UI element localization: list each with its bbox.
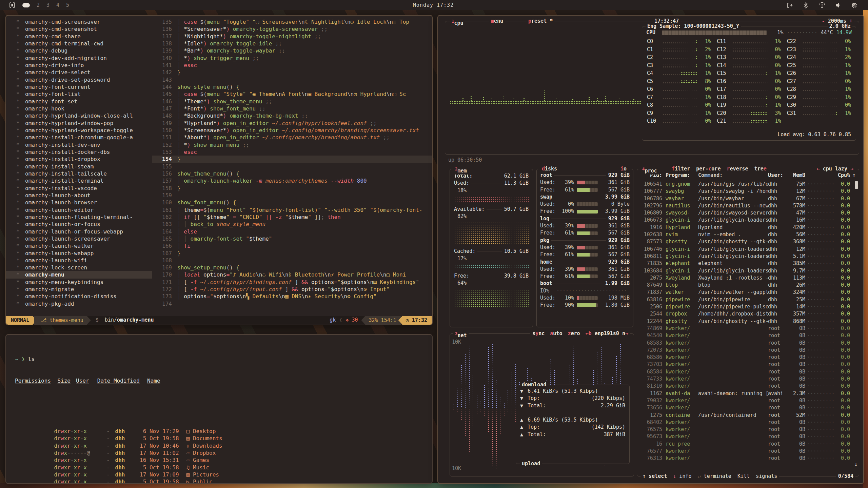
cpu-panel-title[interactable]: 1cpu xyxy=(450,18,465,27)
process-row[interactable]: 106777 swaybg /usr/bin/swaybg -i /hom dh… xyxy=(640,188,855,195)
file-list-item[interactable]: * omarchy-dev-add-migration xyxy=(6,55,152,62)
file-list-item[interactable]: * omarchy-launch-walker xyxy=(6,242,152,249)
file-list-item[interactable]: * omarchy-drive-info xyxy=(6,62,152,69)
net-button[interactable]: ←b enp191s0 n→ xyxy=(586,330,628,337)
process-row[interactable]: 76577 kworker/ root 0B ········· 0.0 xyxy=(640,448,855,455)
file-list-item[interactable]: * omarchy-launch-screensaver xyxy=(6,235,152,242)
file-list-item[interactable]: * omarchy-lock-screen xyxy=(6,264,152,271)
code-line[interactable]: 171 │ [ -f ~/.config/hypr/bindings.conf … xyxy=(152,279,432,286)
file-list-item[interactable]: * omarchy-install-dropbox xyxy=(6,156,152,163)
file-list-item[interactable]: * omarchy-font-set xyxy=(6,98,152,105)
process-row[interactable]: 2544 dropbox /home/dhh/.dropbox-dist dhh… xyxy=(640,310,855,318)
code-line[interactable]: 161 │ theme=$(menu "Font" "$(omarchy-fon… xyxy=(152,206,432,214)
file-list-item[interactable]: * omarchy-hyprland-workspace-toggle xyxy=(6,127,152,134)
process-row[interactable]: 102796 nautilus /usr/bin/nautilus --new … xyxy=(640,202,855,209)
process-row[interactable]: 103684 glycin-i /usr/lib/glycin-loaders … xyxy=(640,267,855,274)
file-list-item[interactable]: * omarchy-pkg-add xyxy=(6,300,152,307)
code-line[interactable]: 157 │ omarchy-launch-walker -m menus:oma… xyxy=(152,177,432,184)
code-line[interactable]: 159 xyxy=(152,192,432,199)
process-row[interactable]: 81310 kworker/ root 0B ········· 0.0 xyxy=(640,383,855,390)
process-row[interactable]: 106746 glycin-i /usr/lib/glycin-loaders … xyxy=(640,246,855,253)
code-line[interactable]: 136 │ *Screensaver*) omarchy-toggle-scre… xyxy=(152,25,432,33)
code-line[interactable]: 151 │ *About*) open_in_editor ~/.config/… xyxy=(152,134,432,141)
screencast-icon[interactable] xyxy=(786,2,793,9)
code-line[interactable]: 174 xyxy=(152,300,432,307)
process-row[interactable]: 106809 swayosd- /usr/bin/swayosd-server … xyxy=(640,209,855,217)
file-list-item[interactable]: * omarchy-menu xyxy=(6,271,152,278)
file-list-item[interactable]: * omarchy-launch-webapp xyxy=(6,250,152,257)
file-list-item[interactable]: * omarchy-drive-select xyxy=(6,69,152,76)
code-line[interactable]: 149 │ *Hyprland*) open_in_editor ~/.conf… xyxy=(152,120,432,127)
file-list-item[interactable]: * omarchy-migrate xyxy=(6,286,152,293)
code-editor[interactable]: 135 │ case $(menu "Toggle" "▢ Screensave… xyxy=(152,16,432,316)
file-list-item[interactable]: * omarchy-install-dev-env xyxy=(6,141,152,148)
code-line[interactable]: 135 │ case $(menu "Toggle" "▢ Screensave… xyxy=(152,18,432,25)
code-line[interactable]: 139 │ *Bar*) omarchy-toggle-waybar ;; xyxy=(152,47,432,54)
process-row[interactable]: 1275 containe /usr/bin/containerd root 5… xyxy=(640,412,855,419)
editor-window[interactable]: * omarchy-cmd-screensaver * omarchy-cmd-… xyxy=(5,15,433,325)
file-list-item[interactable]: * omarchy-launch-wifi xyxy=(6,257,152,264)
file-list-item[interactable]: * omarchy-debug xyxy=(6,47,152,54)
file-list-item[interactable]: * omarchy-install-vscode xyxy=(6,185,152,192)
net-button[interactable]: auto xyxy=(550,330,562,337)
process-panel-title[interactable]: 4proc xyxy=(640,165,659,175)
proc-scrollbar[interactable] xyxy=(855,181,858,189)
code-line[interactable]: 162 │ if [[ "$theme" = "CNCLD" || -z "$t… xyxy=(152,214,432,221)
workspace-2[interactable]: 2 xyxy=(37,2,40,8)
volume-icon[interactable] xyxy=(835,2,842,9)
workspace-5[interactable]: 5 xyxy=(66,2,69,8)
net-button[interactable]: zero xyxy=(568,330,580,337)
workspace-3[interactable]: 3 xyxy=(46,2,50,8)
workspace-active[interactable] xyxy=(22,3,30,7)
code-line[interactable]: 165 │ │ omarchy-font-set "$theme" xyxy=(152,235,432,242)
code-line[interactable]: 155 xyxy=(152,163,432,170)
proc-sort-nav[interactable]: ← cpu lazy → xyxy=(815,165,855,172)
memory-panel-title[interactable]: 2mem xyxy=(453,165,469,175)
process-row[interactable]: 2075 Xwayland Xwayland :1 -rootless - dh… xyxy=(640,274,855,282)
process-row[interactable]: 63816 pipewire /usr/bin/pipewire dhh 25M… xyxy=(640,296,855,303)
process-row[interactable]: 106786 waybar /usr/bin/waybar dhh 67M ··… xyxy=(640,195,855,202)
process-row[interactable]: 106541 org.gnom /usr/bin/gjs /usr/lib/o … xyxy=(640,181,855,188)
process-row[interactable]: 106673 glycin-i /usr/lib/glycin-loaders … xyxy=(640,217,855,224)
code-line[interactable]: 140 │ *) show_trigger_menu ;; xyxy=(152,55,432,62)
process-row[interactable]: 71835 elephant elephant dhh 385M ·······… xyxy=(640,260,855,267)
file-list-item[interactable]: * omarchy-launch-floating-terminal- xyxy=(6,214,152,221)
code-line[interactable]: 137 │ *Nightlight*) omarchy-toggle-night… xyxy=(152,33,432,40)
file-list-item[interactable]: * omarchy-cmd-screenshot xyxy=(6,25,152,33)
code-line[interactable]: 138 │ *Idle*) omarchy-toggle-idle ;; xyxy=(152,40,432,47)
bluetooth-icon[interactable] xyxy=(802,2,809,9)
process-row[interactable]: 102638 nvim nvim --embed . dhh 56M ·····… xyxy=(640,231,855,238)
code-line[interactable]: 158 } xyxy=(152,185,432,192)
process-row[interactable]: 16 rcu_pree root 0B ········· 0.0 xyxy=(640,441,855,448)
file-list-item[interactable]: * omarchy-hyprland-window-pop xyxy=(6,120,152,127)
process-row[interactable]: 12244 ghostty /usr/bin/ghostty --gtk- dh… xyxy=(640,318,855,325)
code-line[interactable]: 143 xyxy=(152,76,432,83)
code-line[interactable]: 170 │ local options="♪ Audio\n◌ Wifi\nᛒ … xyxy=(152,271,432,278)
file-list-item[interactable]: * omarchy-hyprland-window-close-all xyxy=(6,112,152,119)
file-list-item[interactable]: * omarchy-notification-dismiss xyxy=(6,293,152,300)
file-list-item[interactable]: * omarchy-launch-about xyxy=(6,192,152,199)
code-line[interactable]: 164 │ else xyxy=(152,228,432,235)
proc-tab[interactable]: per-core xyxy=(696,165,721,172)
code-line[interactable]: 147 │ *Font*) show_font_menu ;; xyxy=(152,105,432,112)
process-row[interactable]: 87573 ghostty /usr/bin/ghostty --gtk- dh… xyxy=(640,238,855,245)
code-line[interactable]: 145 │ case $(menu "Style" "◉ Theme\nA Fo… xyxy=(152,90,432,98)
btop-window[interactable]: 1cpu menu preset * 17:32:47 - 2000ms + E… xyxy=(437,15,864,484)
chip-icon[interactable] xyxy=(851,2,858,9)
code-line[interactable]: 160 show_font_menu() { xyxy=(152,199,432,206)
process-row[interactable]: 68584 kworker/ root 0B ········· 0.0 xyxy=(640,368,855,375)
io-toggle[interactable]: io xyxy=(619,165,628,172)
menu-button[interactable]: menu xyxy=(489,18,505,25)
file-list-item[interactable]: * omarchy-install-terminal xyxy=(6,177,152,184)
process-row[interactable]: 2506 pipewire /usr/bin/pipewire-pulse dh… xyxy=(640,303,855,310)
process-row[interactable]: 76575 kworker/ root 0B ········· 0.0 xyxy=(640,426,855,433)
code-line[interactable]: 169 show_setup_menu() { xyxy=(152,264,432,271)
process-row[interactable]: 106811 glycin-i /usr/lib/glycin-loaders … xyxy=(640,253,855,260)
proc-tab[interactable]: filter xyxy=(672,165,690,172)
proc-tab[interactable]: reverse xyxy=(727,165,748,172)
file-list-item[interactable]: * omarchy-menu-keybindings xyxy=(6,279,152,286)
omarchy-logo-icon[interactable] xyxy=(9,2,16,8)
file-list-item[interactable]: * omarchy-drive-set-password xyxy=(6,76,152,83)
code-line[interactable]: 150 │ *Screensaver*) open_in_editor ~/.c… xyxy=(152,127,432,134)
code-line[interactable]: 153 │ esac xyxy=(152,148,432,156)
